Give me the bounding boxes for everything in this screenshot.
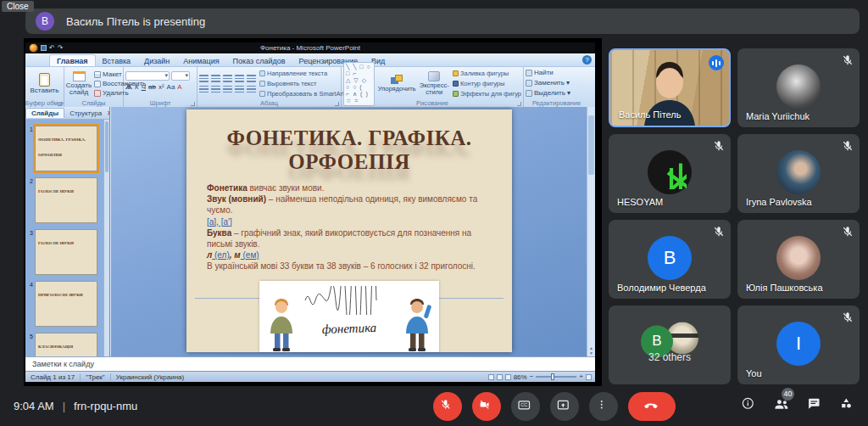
new-slide-button[interactable]: Создать слайд xyxy=(66,69,92,98)
shape-effects-icon xyxy=(453,91,459,97)
avatar xyxy=(776,64,821,108)
clipboard-icon xyxy=(39,73,50,87)
people-button[interactable]: 40 xyxy=(773,395,792,418)
find-button[interactable]: Найти xyxy=(526,69,587,76)
avatar xyxy=(776,235,821,279)
tab-design[interactable]: Дизайн xyxy=(137,55,176,66)
font-name-combo[interactable] xyxy=(125,71,170,81)
ribbon-tabs: Главная Вставка Дизайн Анимация Показ сл… xyxy=(25,53,595,67)
slides-panel: Слайды Структура ✕ 1 ФОНЕТИКА. ГРАФІКА. … xyxy=(25,107,110,356)
tab-slides[interactable]: Слайды xyxy=(25,108,64,118)
mic-off-icon xyxy=(842,226,854,238)
slide-thumbnail-3[interactable]: 3 ГОЛОСНІ ЗВУКИ xyxy=(27,229,101,275)
text-direction-button[interactable]: Направление текста xyxy=(259,70,344,77)
zoom-in-button[interactable]: + xyxy=(579,373,583,380)
shape-effects-button[interactable]: Эффекты для фигур xyxy=(453,90,521,98)
avatar xyxy=(776,149,821,193)
slide-thumbnail-5[interactable]: 5 КЛАСИФІКАЦІЯ ПРИГОЛОСНИХ ЗВУКІВ xyxy=(27,333,101,356)
panel-scrollbar[interactable] xyxy=(103,120,109,356)
window-title: Фонетика - Microsoft PowerPoint xyxy=(25,44,595,52)
mic-off-icon xyxy=(713,226,725,238)
shape-fill-button[interactable]: Заливка фигуры xyxy=(453,70,521,77)
font-dialog-launcher[interactable] xyxy=(191,102,195,106)
participant-tile-yuliia[interactable]: Юлія Пашковська xyxy=(737,220,860,299)
captions-button[interactable] xyxy=(511,392,540,421)
drawing-dialog-launcher[interactable] xyxy=(517,102,521,106)
paste-button[interactable]: Вставить xyxy=(27,69,62,98)
participant-tile-others[interactable]: B 32 others xyxy=(609,305,731,384)
participant-tile-volodymyr[interactable]: В Володимир Чеверда xyxy=(609,220,731,299)
panel-close-icon[interactable]: ✕ xyxy=(107,109,110,117)
participant-tile-maria[interactable]: Maria Yuriichuk xyxy=(737,48,860,127)
tab-insert[interactable]: Вставка xyxy=(96,55,137,66)
present-button[interactable] xyxy=(550,392,579,421)
more-options-button[interactable] xyxy=(589,392,618,421)
participant-tile-you[interactable]: I You xyxy=(737,305,860,384)
select-button[interactable]: Выделить ▾ xyxy=(526,89,587,97)
activities-button[interactable] xyxy=(839,396,856,417)
delete-icon xyxy=(94,90,101,97)
font-size-combo[interactable] xyxy=(171,71,190,81)
current-slide[interactable]: ФОНЕТИКА. ГРАФІКА. ОРФОЕПІЯ Фонетика вив… xyxy=(186,109,512,352)
zoom-slider[interactable] xyxy=(536,376,576,378)
mic-off-button[interactable] xyxy=(433,392,462,421)
clipboard-dialog-launcher[interactable] xyxy=(58,102,62,106)
sound-waves xyxy=(303,286,392,315)
slide-body-text: Фонетика вивчає звуки мови. Звук (мовний… xyxy=(186,174,512,272)
quick-styles-button[interactable]: Экспресс-стили xyxy=(419,71,449,96)
others-count: 32 others xyxy=(609,351,731,363)
group-paragraph: Направление текста Выровнять текст Преоб… xyxy=(198,67,342,107)
tab-outline[interactable]: Структура xyxy=(64,109,107,118)
paragraph-dialog-launcher[interactable] xyxy=(335,102,339,106)
avatar: I xyxy=(776,321,821,365)
meeting-code: frn-rpqu-nmu xyxy=(74,400,137,412)
camera-off-button[interactable] xyxy=(472,392,501,421)
find-icon xyxy=(526,70,532,76)
participants-grid: Василь Пітель Maria Yuriichuk HESOYAM Ir… xyxy=(609,48,860,384)
paragraph-buttons[interactable] xyxy=(199,69,256,98)
slide-thumbnail-2[interactable]: 2 ГОЛОСНІ ЗВУКИ xyxy=(27,177,101,223)
tab-animation[interactable]: Анимация xyxy=(176,55,225,66)
theme-name: "Трек" xyxy=(81,373,111,381)
help-icon[interactable]: ? xyxy=(582,55,592,64)
participant-tile-hesoyam[interactable]: HESOYAM xyxy=(609,134,731,213)
align-text-icon xyxy=(259,81,265,87)
trident-logo-icon xyxy=(653,154,687,188)
arrange-button[interactable]: Упорядочить xyxy=(378,75,416,92)
zoom-level: 86% xyxy=(514,373,527,381)
slide-thumbnail-4[interactable]: 4 ПРИГОЛОСНІ ЗВУКИ xyxy=(27,281,101,327)
replace-button[interactable]: Заменить ▾ xyxy=(526,79,587,87)
select-icon xyxy=(526,90,532,97)
slide-canvas: ФОНЕТИКА. ГРАФІКА. ОРФОЕПІЯ Фонетика вив… xyxy=(111,107,595,356)
tab-slideshow[interactable]: Показ слайдов xyxy=(226,55,292,66)
powerpoint-window: ↶ ↷ Фонетика - Microsoft PowerPoint Глав… xyxy=(25,42,595,382)
tab-home[interactable]: Главная xyxy=(49,54,96,66)
group-clipboard: Вставить Буфер обмена xyxy=(25,67,64,107)
language-indicator: Украинский (Украина) xyxy=(111,373,189,381)
ppt-statusbar: Слайд 1 из 17 "Трек" Украинский (Украина… xyxy=(25,371,595,382)
font-buttons[interactable]: ЖКЧabx²AaА xyxy=(125,83,195,91)
participant-tile-iryna[interactable]: Iryna Pavlovska xyxy=(737,134,860,213)
smartart-button[interactable]: Преобразовать в SmartArt xyxy=(259,90,344,98)
align-text-button[interactable]: Выровнять текст xyxy=(259,80,344,87)
chat-button[interactable] xyxy=(807,396,824,417)
mic-off-icon xyxy=(842,311,854,323)
slideshow-view-icon[interactable] xyxy=(505,374,511,380)
meeting-details-button[interactable] xyxy=(741,396,758,417)
zoom-out-button[interactable]: − xyxy=(530,373,534,380)
shape-fill-icon xyxy=(453,70,459,76)
shape-outline-button[interactable]: Контур фигуры xyxy=(453,80,521,87)
replace-icon xyxy=(526,80,532,87)
group-drawing: ╲ ╲ □ ○ □ ⌐△ ▽ ◇ ○ ○ (⌐ ∧ ( ) ☆ = Упоряд… xyxy=(342,67,524,107)
reset-icon xyxy=(94,81,101,87)
normal-view-icon[interactable] xyxy=(488,374,494,380)
shape-outline-icon xyxy=(453,81,459,87)
participant-tile-vasyl[interactable]: Василь Пітель xyxy=(609,48,731,127)
google-meet-window: Close В Василь Пітель is presenting ↶ ↷ … xyxy=(0,0,868,426)
slide-thumbnail-1[interactable]: 1 ФОНЕТИКА. ГРАФІКА. ОРФОЕПІЯ xyxy=(27,126,101,171)
end-call-button[interactable] xyxy=(628,392,676,421)
fit-slide-icon[interactable] xyxy=(586,374,592,380)
slide-scrollbar[interactable]: ▲▼ xyxy=(587,107,595,356)
sorter-view-icon[interactable] xyxy=(497,374,503,380)
notes-field[interactable]: Заметки к слайду xyxy=(25,356,595,371)
